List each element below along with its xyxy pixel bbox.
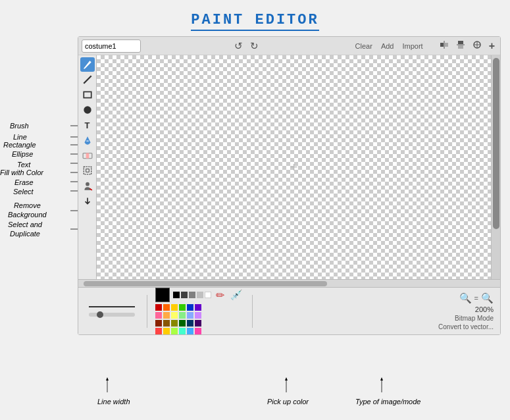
costume-name-input[interactable] (82, 39, 141, 53)
color-swatch[interactable] (195, 312, 201, 319)
zoom-in-btn[interactable]: 🔍 (481, 292, 494, 304)
brush-tool[interactable] (80, 57, 95, 72)
annotation-line-width: Line width (97, 398, 130, 406)
zoom-controls: 🔍 = 🔍 (459, 292, 494, 304)
color-row-1 (155, 304, 244, 311)
label-select-dup: Select andDuplicate (8, 220, 42, 238)
redo-button[interactable]: ↻ (248, 39, 261, 53)
bottom-toolbar: ✏ 💉 (78, 287, 500, 334)
color-swatch[interactable] (171, 328, 178, 334)
zoom-out-btn[interactable]: 🔍 (459, 292, 472, 304)
import-button[interactable]: Import (399, 41, 425, 51)
color-swatch[interactable] (155, 320, 162, 327)
undo-button[interactable]: ↺ (232, 39, 245, 53)
color-swatch[interactable] (187, 320, 193, 327)
svg-rect-41 (84, 167, 91, 174)
editor-frame: ↺ ↻ Clear Add Import + (78, 36, 501, 335)
color-swatch[interactable] (155, 304, 162, 311)
gray-swatches (173, 292, 211, 298)
label-ellipse: Ellipse (12, 150, 33, 158)
color-palette (155, 304, 244, 334)
erase-tool[interactable] (80, 148, 95, 163)
rectangle-tool[interactable] (80, 88, 95, 102)
line-tool[interactable] (80, 72, 95, 87)
canvas[interactable]: + (97, 55, 491, 279)
color-swatch[interactable] (187, 312, 193, 319)
line-slider-track[interactable] (89, 313, 135, 317)
color-row-3 (155, 320, 244, 327)
svg-marker-25 (285, 377, 288, 381)
gray-swatch-4[interactable] (205, 292, 211, 298)
bottom-scroll-thumb[interactable] (84, 281, 327, 286)
color-swatch[interactable] (179, 312, 186, 319)
label-erase: Erase (14, 178, 34, 186)
select-dup-tool[interactable] (80, 194, 95, 208)
ellipse-tool[interactable] (80, 103, 95, 117)
color-swatch[interactable] (155, 328, 162, 334)
page-title: PAINT EDITOR (191, 5, 319, 31)
line-preview (89, 306, 135, 307)
color-swatch[interactable] (195, 328, 201, 334)
color-row-4 (155, 328, 244, 334)
convert-vector[interactable]: Convert to vector... (438, 323, 494, 330)
svg-rect-42 (86, 169, 89, 172)
remove-bg-tool[interactable] (80, 178, 95, 193)
add-button[interactable]: Add (378, 41, 397, 51)
color-swatch[interactable] (163, 328, 170, 334)
color-swatch[interactable] (179, 320, 186, 327)
paint-editor-layout: PAINT EDITOR Undo Redo Add/Import Sprite… (0, 0, 510, 420)
color-row-2 (155, 312, 244, 319)
svg-rect-31 (458, 41, 463, 44)
color-swatch[interactable] (163, 304, 170, 311)
right-scrollbar[interactable] (491, 55, 500, 279)
label-brush: Brush (10, 122, 29, 130)
select-tool[interactable] (80, 163, 95, 178)
text-tool[interactable]: T (80, 118, 95, 132)
svg-rect-38 (84, 92, 91, 97)
color-swatch[interactable] (171, 304, 178, 311)
svg-line-37 (84, 76, 91, 83)
canvas-area: T (78, 55, 500, 279)
color-swatch[interactable] (155, 312, 162, 319)
equals-sign: = (474, 294, 478, 302)
add-icon-button[interactable]: + (487, 39, 497, 53)
clear-button[interactable]: Clear (353, 41, 375, 51)
eyedropper-btn[interactable]: 💉 (229, 289, 244, 301)
right-scroll-thumb[interactable] (493, 58, 499, 229)
fill-tool[interactable] (80, 133, 95, 147)
bitmap-mode[interactable]: Bitmap Mode (455, 315, 494, 322)
line-slider-thumb[interactable] (97, 311, 103, 318)
gray-swatch-0[interactable] (173, 292, 180, 298)
flip-ud-button[interactable] (454, 39, 467, 52)
color-swatch[interactable] (187, 328, 193, 334)
color-swatch[interactable] (187, 304, 193, 311)
label-select: Select (13, 188, 34, 196)
line-width-section (85, 306, 139, 317)
costume-center-button[interactable] (471, 39, 484, 52)
flip-lr-button[interactable] (438, 39, 451, 52)
label-rectangle: Rectangle (3, 141, 36, 149)
bottom-scrollbar[interactable] (78, 279, 500, 287)
pencil-color-btn[interactable]: ✏ (215, 289, 226, 302)
color-swatch[interactable] (179, 328, 186, 334)
svg-point-39 (84, 106, 91, 113)
gray-swatch-3[interactable] (197, 292, 203, 298)
color-top-area: ✏ 💉 (155, 288, 244, 302)
gray-swatch-1[interactable] (181, 292, 188, 298)
annotation-image-mode: Type of image/mode (355, 398, 421, 406)
color-swatch[interactable] (195, 304, 201, 311)
divider (147, 295, 147, 328)
svg-rect-32 (458, 45, 463, 49)
gray-swatch-2[interactable] (189, 292, 195, 298)
color-swatch[interactable] (171, 312, 178, 319)
color-swatch[interactable] (179, 304, 186, 311)
page-title-area: PAINT EDITOR (0, 0, 510, 34)
color-section: ✏ 💉 (155, 288, 244, 334)
label-fill: Fill with Color (0, 169, 43, 176)
selected-color-swatch[interactable] (155, 288, 170, 302)
color-swatch[interactable] (171, 320, 178, 327)
zoom-percent: 200% (475, 305, 494, 313)
color-swatch[interactable] (195, 320, 201, 327)
color-swatch[interactable] (163, 320, 170, 327)
color-swatch[interactable] (163, 312, 170, 319)
